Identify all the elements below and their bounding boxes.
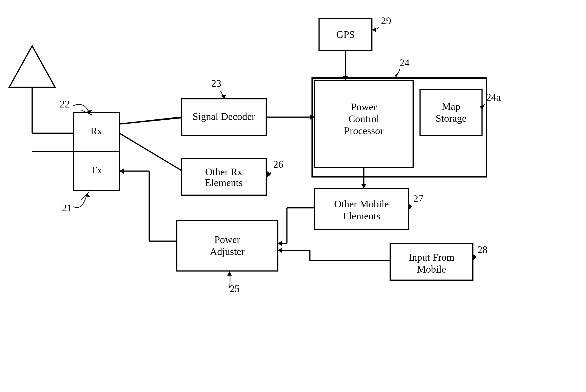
ref-26: 26	[273, 159, 283, 170]
power-adjuster-label2: Adjuster	[210, 246, 245, 257]
svg-marker-26	[361, 184, 367, 188]
svg-line-37	[119, 117, 181, 124]
input-from-mobile-label1: Input From	[409, 252, 454, 263]
ref-28: 28	[478, 244, 488, 255]
other-rx-label2: Elements	[205, 177, 243, 188]
svg-marker-36	[278, 248, 282, 253]
ref-22: 22	[60, 98, 70, 110]
rx-label: Rx	[90, 126, 102, 137]
ref-24: 24	[399, 57, 410, 68]
power-adjuster-block	[177, 220, 278, 271]
ref-29: 29	[381, 15, 391, 26]
power-control-label1: Power	[351, 101, 377, 112]
ref-21: 21	[62, 202, 72, 214]
other-mobile-label2: Elements	[343, 210, 380, 222]
power-control-label2: Control	[348, 113, 379, 124]
signal-decoder-label: Signal Decoder	[193, 111, 255, 122]
ref-25: 25	[230, 283, 240, 294]
ref-23: 23	[211, 78, 221, 89]
other-mobile-label1: Other Mobile	[334, 198, 389, 210]
tx-label: Tx	[91, 164, 102, 176]
gps-label: GPS	[336, 29, 355, 40]
power-adjuster-label1: Power	[214, 234, 240, 245]
antenna-icon	[9, 46, 55, 87]
diagram-container: Rx Tx 22 21 Signal Decoder 23 Other Rx E…	[0, 0, 586, 392]
map-storage-label2: Storage	[436, 113, 466, 124]
input-from-mobile-label2: Mobile	[417, 264, 446, 275]
other-rx-label1: Other Rx	[205, 166, 243, 178]
svg-marker-31	[278, 241, 282, 246]
svg-line-9	[119, 133, 188, 174]
power-control-label3: Processor	[344, 125, 383, 136]
ref-24a: 24a	[486, 92, 501, 103]
svg-marker-13	[227, 272, 232, 276]
svg-marker-18	[372, 28, 376, 32]
map-storage-block	[420, 90, 482, 136]
ref-27: 27	[413, 193, 423, 204]
map-storage-label1: Map	[442, 101, 461, 112]
svg-marker-17	[119, 168, 124, 174]
